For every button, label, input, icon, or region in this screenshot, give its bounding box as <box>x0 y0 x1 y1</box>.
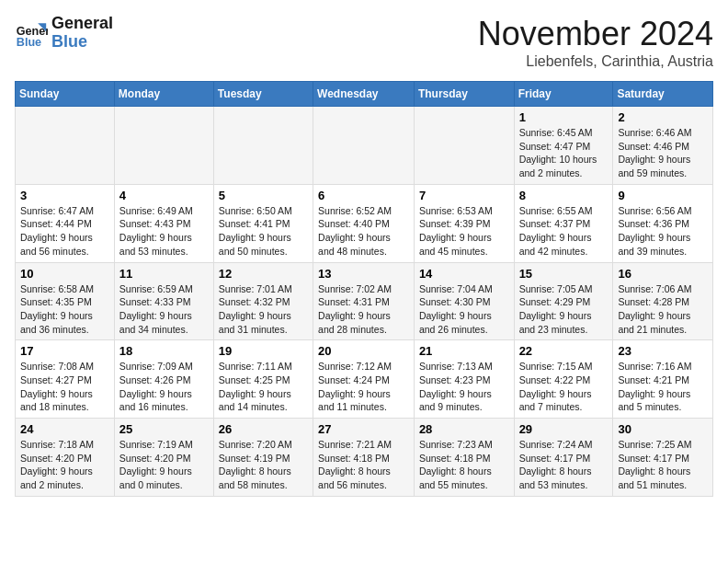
day-info: Sunrise: 7:21 AM Sunset: 4:18 PM Dayligh… <box>318 438 409 492</box>
week-row-0: 1Sunrise: 6:45 AM Sunset: 4:47 PM Daylig… <box>16 107 713 185</box>
day-info: Sunrise: 7:05 AM Sunset: 4:29 PM Dayligh… <box>519 282 609 337</box>
day-number: 22 <box>519 344 609 358</box>
day-info: Sunrise: 6:49 AM Sunset: 4:43 PM Dayligh… <box>119 204 209 259</box>
day-number: 10 <box>20 267 109 281</box>
day-cell: 30Sunrise: 7:25 AM Sunset: 4:17 PM Dayli… <box>613 419 713 497</box>
day-cell: 28Sunrise: 7:23 AM Sunset: 4:18 PM Dayli… <box>414 419 514 497</box>
day-cell: 2Sunrise: 6:46 AM Sunset: 4:46 PM Daylig… <box>613 107 713 185</box>
logo-text: General Blue <box>51 15 113 52</box>
day-info: Sunrise: 7:02 AM Sunset: 4:31 PM Dayligh… <box>318 282 409 337</box>
day-info: Sunrise: 7:01 AM Sunset: 4:32 PM Dayligh… <box>219 282 308 337</box>
day-info: Sunrise: 7:13 AM Sunset: 4:23 PM Dayligh… <box>419 360 509 414</box>
weekday-header-tuesday: Tuesday <box>213 82 313 107</box>
day-info: Sunrise: 6:58 AM Sunset: 4:35 PM Dayligh… <box>20 282 109 337</box>
day-number: 9 <box>618 189 708 202</box>
day-cell: 18Sunrise: 7:09 AM Sunset: 4:26 PM Dayli… <box>114 340 213 419</box>
day-cell <box>414 107 514 185</box>
day-info: Sunrise: 6:59 AM Sunset: 4:33 PM Dayligh… <box>119 282 209 337</box>
logo-icon: General Blue <box>15 17 48 50</box>
logo-line2: Blue <box>51 33 113 52</box>
day-cell: 15Sunrise: 7:05 AM Sunset: 4:29 PM Dayli… <box>514 262 613 340</box>
day-number: 21 <box>419 344 509 358</box>
day-number: 25 <box>119 422 209 436</box>
day-cell: 27Sunrise: 7:21 AM Sunset: 4:18 PM Dayli… <box>313 419 415 497</box>
day-cell: 4Sunrise: 6:49 AM Sunset: 4:43 PM Daylig… <box>114 184 213 262</box>
day-number: 26 <box>219 422 308 436</box>
week-row-1: 3Sunrise: 6:47 AM Sunset: 4:44 PM Daylig… <box>16 184 713 262</box>
day-number: 5 <box>219 189 308 202</box>
day-info: Sunrise: 7:09 AM Sunset: 4:26 PM Dayligh… <box>119 360 209 414</box>
day-number: 14 <box>419 267 509 281</box>
day-number: 1 <box>519 110 609 124</box>
weekday-header-wednesday: Wednesday <box>313 82 415 107</box>
day-info: Sunrise: 6:46 AM Sunset: 4:46 PM Dayligh… <box>618 126 708 180</box>
day-number: 3 <box>20 189 109 202</box>
day-cell: 7Sunrise: 6:53 AM Sunset: 4:39 PM Daylig… <box>414 184 514 262</box>
day-cell: 5Sunrise: 6:50 AM Sunset: 4:41 PM Daylig… <box>213 184 313 262</box>
day-number: 16 <box>618 267 708 281</box>
day-info: Sunrise: 7:08 AM Sunset: 4:27 PM Dayligh… <box>20 360 109 414</box>
day-cell: 10Sunrise: 6:58 AM Sunset: 4:35 PM Dayli… <box>16 262 115 340</box>
day-number: 23 <box>618 344 708 358</box>
logo: General Blue General Blue <box>15 15 113 52</box>
day-cell: 20Sunrise: 7:12 AM Sunset: 4:24 PM Dayli… <box>313 340 415 419</box>
day-cell: 23Sunrise: 7:16 AM Sunset: 4:21 PM Dayli… <box>613 340 713 419</box>
week-row-4: 24Sunrise: 7:18 AM Sunset: 4:20 PM Dayli… <box>16 419 713 497</box>
day-number: 29 <box>519 422 609 436</box>
day-cell: 11Sunrise: 6:59 AM Sunset: 4:33 PM Dayli… <box>114 262 213 340</box>
week-row-2: 10Sunrise: 6:58 AM Sunset: 4:35 PM Dayli… <box>16 262 713 340</box>
day-info: Sunrise: 6:53 AM Sunset: 4:39 PM Dayligh… <box>419 204 509 259</box>
weekday-header-saturday: Saturday <box>613 82 713 107</box>
day-cell <box>16 107 115 185</box>
day-cell: 9Sunrise: 6:56 AM Sunset: 4:36 PM Daylig… <box>613 184 713 262</box>
day-cell: 16Sunrise: 7:06 AM Sunset: 4:28 PM Dayli… <box>613 262 713 340</box>
title-area: November 2024 Liebenfels, Carinthia, Aus… <box>478 15 713 70</box>
day-info: Sunrise: 7:06 AM Sunset: 4:28 PM Dayligh… <box>618 282 708 337</box>
weekday-header-sunday: Sunday <box>16 82 115 107</box>
day-cell: 25Sunrise: 7:19 AM Sunset: 4:20 PM Dayli… <box>114 419 213 497</box>
day-info: Sunrise: 7:16 AM Sunset: 4:21 PM Dayligh… <box>618 360 708 414</box>
location-title: Liebenfels, Carinthia, Austria <box>478 53 713 70</box>
day-cell: 13Sunrise: 7:02 AM Sunset: 4:31 PM Dayli… <box>313 262 415 340</box>
weekday-header-thursday: Thursday <box>414 82 514 107</box>
day-number: 27 <box>318 422 409 436</box>
svg-text:Blue: Blue <box>17 36 41 49</box>
day-info: Sunrise: 7:04 AM Sunset: 4:30 PM Dayligh… <box>419 282 509 337</box>
weekday-header-friday: Friday <box>514 82 613 107</box>
calendar-table: SundayMondayTuesdayWednesdayThursdayFrid… <box>15 81 713 497</box>
logo-line1: General <box>51 15 113 33</box>
day-info: Sunrise: 7:11 AM Sunset: 4:25 PM Dayligh… <box>219 360 308 414</box>
day-cell: 24Sunrise: 7:18 AM Sunset: 4:20 PM Dayli… <box>16 419 115 497</box>
day-info: Sunrise: 7:25 AM Sunset: 4:17 PM Dayligh… <box>618 438 708 492</box>
day-number: 30 <box>618 422 708 436</box>
day-info: Sunrise: 6:47 AM Sunset: 4:44 PM Dayligh… <box>20 204 109 259</box>
day-number: 7 <box>419 189 509 202</box>
day-cell: 8Sunrise: 6:55 AM Sunset: 4:37 PM Daylig… <box>514 184 613 262</box>
day-cell: 3Sunrise: 6:47 AM Sunset: 4:44 PM Daylig… <box>16 184 115 262</box>
weekday-header-monday: Monday <box>114 82 213 107</box>
day-info: Sunrise: 6:55 AM Sunset: 4:37 PM Dayligh… <box>519 204 609 259</box>
day-number: 20 <box>318 344 409 358</box>
day-info: Sunrise: 7:23 AM Sunset: 4:18 PM Dayligh… <box>419 438 509 492</box>
day-cell: 21Sunrise: 7:13 AM Sunset: 4:23 PM Dayli… <box>414 340 514 419</box>
weekday-header-row: SundayMondayTuesdayWednesdayThursdayFrid… <box>16 82 713 107</box>
day-info: Sunrise: 7:24 AM Sunset: 4:17 PM Dayligh… <box>519 438 609 492</box>
day-number: 2 <box>618 110 708 124</box>
day-number: 15 <box>519 267 609 281</box>
month-title: November 2024 <box>478 15 713 53</box>
week-row-3: 17Sunrise: 7:08 AM Sunset: 4:27 PM Dayli… <box>16 340 713 419</box>
day-number: 28 <box>419 422 509 436</box>
day-cell: 12Sunrise: 7:01 AM Sunset: 4:32 PM Dayli… <box>213 262 313 340</box>
day-cell: 6Sunrise: 6:52 AM Sunset: 4:40 PM Daylig… <box>313 184 415 262</box>
day-number: 13 <box>318 267 409 281</box>
day-cell: 14Sunrise: 7:04 AM Sunset: 4:30 PM Dayli… <box>414 262 514 340</box>
day-info: Sunrise: 7:19 AM Sunset: 4:20 PM Dayligh… <box>119 438 209 492</box>
day-info: Sunrise: 7:20 AM Sunset: 4:19 PM Dayligh… <box>219 438 308 492</box>
day-info: Sunrise: 7:18 AM Sunset: 4:20 PM Dayligh… <box>20 438 109 492</box>
day-number: 24 <box>20 422 109 436</box>
day-info: Sunrise: 7:15 AM Sunset: 4:22 PM Dayligh… <box>519 360 609 414</box>
day-number: 4 <box>119 189 209 202</box>
day-cell: 1Sunrise: 6:45 AM Sunset: 4:47 PM Daylig… <box>514 107 613 185</box>
header: General Blue General Blue November 2024 … <box>15 15 713 70</box>
day-cell: 22Sunrise: 7:15 AM Sunset: 4:22 PM Dayli… <box>514 340 613 419</box>
